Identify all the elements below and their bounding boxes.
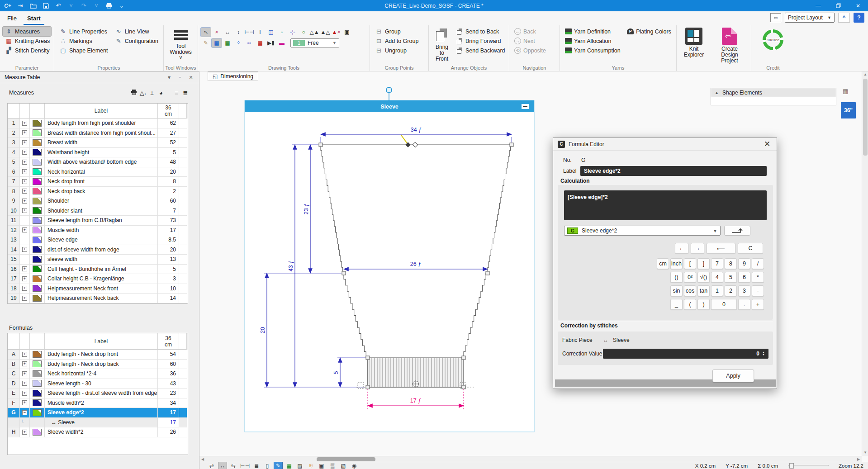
list-dense-icon[interactable]: ≣ bbox=[181, 90, 190, 96]
formula-label[interactable]: ↔ Sleeve bbox=[45, 418, 158, 428]
zoom-slider-knob[interactable] bbox=[789, 463, 794, 469]
cursor-left-button[interactable]: ← bbox=[675, 243, 688, 254]
create-design-project-button[interactable]: Create Design Project bbox=[711, 27, 748, 65]
measures-button[interactable]: ⇕ Measures bbox=[3, 27, 51, 36]
yarn-ball-icon[interactable]: ◉ bbox=[350, 462, 358, 469]
print-icon[interactable] bbox=[129, 89, 138, 96]
layout-grid-icon[interactable]: ▦ bbox=[843, 88, 851, 95]
send-backward-button[interactable]: Send Backward bbox=[454, 46, 508, 55]
column-header-size[interactable]: 36 cm bbox=[158, 104, 179, 118]
key-cm[interactable]: cm bbox=[657, 258, 669, 269]
formula-select[interactable]: G Sleeve edge*2 ▼ bbox=[564, 226, 721, 236]
table-row[interactable]: H + Sleeve width*2 26 bbox=[8, 427, 188, 437]
panel-header[interactable]: Measure Table ▾ ▫ × bbox=[0, 71, 199, 83]
line-view-button[interactable]: ∿ Line View bbox=[113, 27, 161, 36]
spinner-icon[interactable]: ▲▼ bbox=[762, 351, 765, 356]
gauge-icon[interactable]: ▯ bbox=[263, 462, 271, 469]
shape-elements-header[interactable]: ▲ Shape Elements - bbox=[711, 88, 836, 97]
table-row[interactable]: 6 + Neck horizontal 20 bbox=[8, 167, 188, 177]
table-row[interactable]: 14 + dist.of sleeve width from edge 20 bbox=[8, 245, 188, 255]
lines-icon[interactable]: ≋ bbox=[307, 462, 315, 469]
table-row[interactable]: 18 + Helpmeasurement Neck front 10 bbox=[8, 284, 188, 294]
maximize-button[interactable] bbox=[828, 0, 848, 11]
formula-label[interactable]: Sleeve length - dist.of sleeve width fro… bbox=[45, 388, 158, 398]
formula-value[interactable]: 54 bbox=[158, 350, 179, 360]
dialog-titlebar[interactable]: C Formula Editor ✕ bbox=[553, 138, 777, 151]
key-decimal[interactable]: . bbox=[738, 299, 750, 310]
key-divide[interactable]: / bbox=[752, 258, 764, 269]
tool-windows-button[interactable]: Tool Windows ˅ bbox=[166, 29, 195, 62]
span-icon[interactable]: ⊢⊣ bbox=[240, 462, 250, 469]
transfer-arrows-icon[interactable]: ⇆ bbox=[229, 462, 237, 469]
panel-pin-icon[interactable]: ▫ bbox=[176, 74, 184, 81]
pointer-tool-icon[interactable]: ↖ bbox=[201, 28, 211, 37]
measure-value[interactable]: 73 bbox=[158, 216, 179, 226]
measure-label[interactable]: Neck drop back bbox=[45, 187, 158, 197]
scroll-down-icon[interactable]: ▼ bbox=[862, 450, 868, 456]
shape-element-button[interactable]: ▢ Shape Element bbox=[57, 46, 111, 55]
key-8[interactable]: 8 bbox=[725, 258, 737, 269]
scroll-up-icon[interactable]: ▲ bbox=[862, 71, 868, 78]
sort-icon[interactable]: △↕ bbox=[138, 90, 147, 96]
table-row[interactable]: 12 + Muscle width 17 bbox=[8, 226, 188, 236]
table-row[interactable]: 15 sleeve width 13 bbox=[8, 255, 188, 265]
panel-menu-icon[interactable]: ▾ bbox=[166, 74, 173, 81]
copy-width-icon[interactable]: ▣ bbox=[342, 28, 352, 37]
vertical-scrollbar[interactable]: ▲ ▼ bbox=[862, 71, 868, 456]
size-badge[interactable]: 36" bbox=[841, 102, 856, 118]
table-row[interactable]: 5 + Width above waistband/ bottom edge 4… bbox=[8, 157, 188, 167]
key-inch[interactable]: inch bbox=[670, 258, 683, 269]
knit-explorer-button[interactable]: Knit Explorer bbox=[680, 27, 708, 65]
key-tan[interactable]: tan bbox=[697, 285, 710, 296]
table-row[interactable]: 4 + Waistband height 5 bbox=[8, 148, 188, 158]
table-row[interactable]: 17 + Collar height C.B - Kragenlänge 3 bbox=[8, 274, 188, 284]
measure-label[interactable]: Helpmeasurement Neck back bbox=[45, 294, 158, 303]
knitting-areas-button[interactable]: ▦ Knitting Areas bbox=[3, 36, 51, 46]
blocks-icon[interactable]: ▣ bbox=[318, 462, 326, 469]
key-3[interactable]: 3 bbox=[738, 285, 750, 296]
key-7[interactable]: 7 bbox=[711, 258, 723, 269]
point-icon[interactable]: ○ bbox=[299, 28, 308, 37]
measure-value[interactable]: 3 bbox=[158, 274, 179, 284]
mirror-h-icon[interactable]: ▲△ bbox=[320, 28, 330, 37]
key-close-bracket[interactable]: ] bbox=[697, 258, 710, 269]
key-minus[interactable]: - bbox=[752, 285, 764, 296]
measure-label[interactable]: Sleeve length from C.B/Raglan bbox=[45, 216, 158, 226]
table-row[interactable]: F + Muscle width*2 34 bbox=[8, 398, 188, 408]
formula-label[interactable]: Body length - Neck drop back bbox=[45, 360, 158, 370]
measure-label[interactable]: dist.of sleeve width from edge bbox=[45, 245, 158, 255]
formula-label[interactable]: Sleeve width*2 bbox=[45, 427, 158, 437]
list-icon[interactable]: ≡ bbox=[172, 90, 181, 96]
table-row[interactable]: 2 + Breast width distance from high poin… bbox=[8, 128, 188, 138]
measure-label[interactable]: Collar height C.B - Kragenlänge bbox=[45, 274, 158, 284]
table-row[interactable]: ↔ Sleeve 17 bbox=[8, 418, 188, 428]
panel-drag-texture[interactable] bbox=[44, 76, 162, 79]
key-multiply[interactable]: * bbox=[752, 272, 764, 283]
table-row[interactable]: 8 + Neck drop back 2 bbox=[8, 187, 188, 197]
key-1[interactable]: 1 bbox=[711, 285, 723, 296]
image-icon[interactable]: ▧ bbox=[339, 462, 347, 469]
grid-point-tool-icon[interactable]: ▦ bbox=[212, 38, 222, 47]
yarn-allocation-button[interactable]: Yarn Allocation bbox=[563, 36, 623, 46]
measure-value[interactable]: 20 bbox=[158, 245, 179, 255]
brush-tool-icon[interactable]: ✎ bbox=[201, 38, 211, 47]
table-row[interactable]: 1 + Body length from high point shoulder… bbox=[8, 118, 188, 128]
shape-anchor-handle[interactable] bbox=[386, 87, 392, 93]
measure-value[interactable]: 13 bbox=[158, 255, 179, 265]
tab-start[interactable]: Start bbox=[24, 13, 44, 25]
measure-value[interactable]: 20 bbox=[158, 167, 179, 177]
help-button[interactable]: ? bbox=[854, 13, 864, 23]
import-icon[interactable]: ⇥ bbox=[16, 2, 24, 9]
measure-label[interactable]: Breast width distance from high point sh… bbox=[45, 128, 158, 138]
key-open-paren[interactable]: ( bbox=[684, 299, 696, 310]
dashed-rects-icon[interactable]: ▫▫ bbox=[244, 38, 254, 47]
formula-value[interactable]: 26 bbox=[158, 427, 179, 437]
customize-chevron-icon[interactable]: ⌄ bbox=[118, 2, 126, 9]
steps-icon[interactable]: ≣ bbox=[252, 462, 261, 469]
table-row[interactable]: 16 + Cuff height - Bundhöhe im Ärmel 5 bbox=[8, 265, 188, 275]
measure-value[interactable]: 62 bbox=[158, 118, 179, 128]
scroll-left-icon[interactable]: ◀ bbox=[199, 456, 206, 462]
plus-minus-icon[interactable]: ± bbox=[147, 90, 157, 96]
key-5[interactable]: 5 bbox=[725, 272, 737, 283]
ribbon-layout-icon[interactable]: ▭ bbox=[770, 13, 781, 22]
